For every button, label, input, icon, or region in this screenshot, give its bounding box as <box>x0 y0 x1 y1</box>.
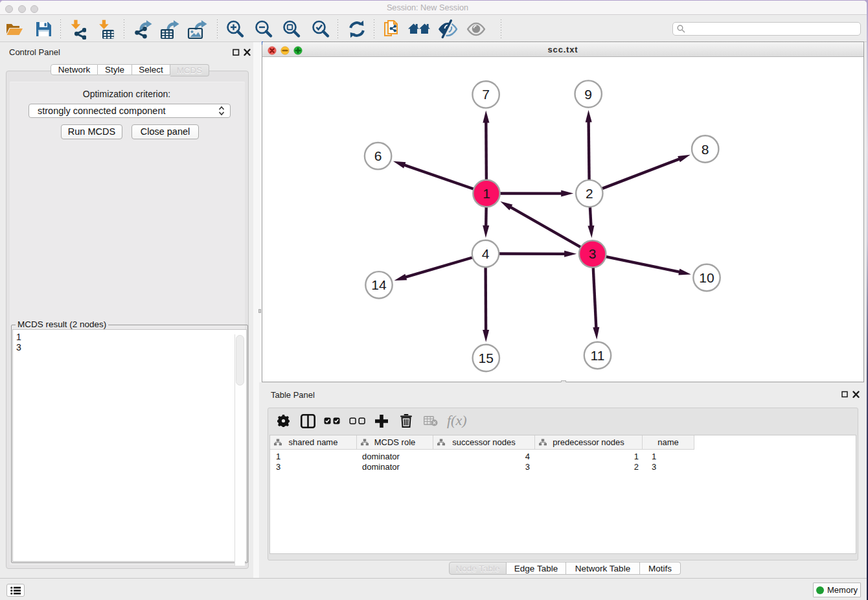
svg-text:15: 15 <box>479 351 494 365</box>
svg-text:6: 6 <box>374 148 382 163</box>
svg-text:8: 8 <box>702 142 709 157</box>
svg-text:2: 2 <box>586 186 593 201</box>
svg-text:14: 14 <box>371 277 387 292</box>
svg-text:7: 7 <box>482 87 490 102</box>
svg-text:4: 4 <box>482 246 490 261</box>
svg-text:11: 11 <box>591 348 605 363</box>
svg-text:10: 10 <box>699 270 714 285</box>
svg-text:1: 1 <box>483 186 490 201</box>
svg-text:9: 9 <box>584 87 592 102</box>
svg-text:3: 3 <box>589 246 597 261</box>
